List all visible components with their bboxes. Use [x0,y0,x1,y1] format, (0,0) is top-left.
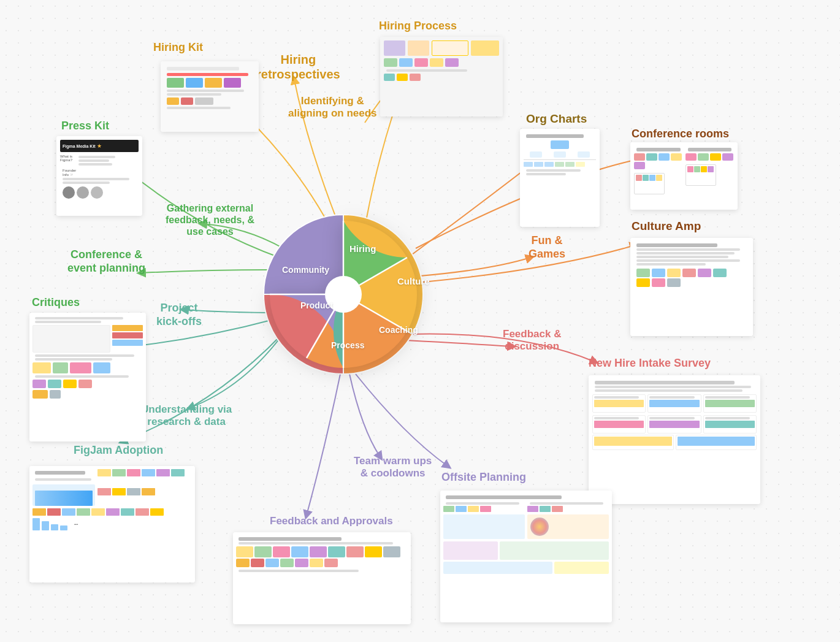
card-culture-amp[interactable] [630,238,753,336]
card-press-kit[interactable]: Figma Media Kit ★ What isFigma? FounderI… [56,136,142,216]
label-hiring-process: Hiring Process [379,20,457,33]
label-hiring-kit: Hiring Kit [153,41,203,55]
card-hiring-kit[interactable] [161,61,259,132]
label-team-warmups: Team warm ups& cooldowns [354,455,432,480]
label-culture-amp: Culture Amp [632,220,701,234]
wheel-chart [264,215,423,374]
label-press-kit: Press Kit [61,120,109,133]
card-feedback-approvals[interactable] [233,532,411,624]
card-critiques[interactable] [29,313,146,441]
card-new-hire[interactable] [589,375,760,504]
card-hiring-process[interactable] [380,37,503,117]
label-offsite: Offsite Planning [441,471,526,484]
label-hiring-retro: Hiringretrospectives [256,52,340,82]
card-org-charts[interactable] [520,129,600,227]
label-critiques: Critiques [32,296,80,310]
label-new-hire: New Hire Intake Survey [589,357,711,370]
label-feedback-approvals: Feedback and Approvals [270,515,393,527]
label-org-charts: Org Charts [526,112,587,126]
card-offsite[interactable] [440,491,612,622]
label-project-kickoffs: Projectkick-offs [156,302,202,328]
main-canvas: Hiring Culture Coaching Process Product … [0,0,840,642]
label-figjam: FigJam Adoption [74,444,163,457]
label-identifying: Identifying &aligning on needs [288,95,377,120]
label-gathering: Gathering externalfeedback, needs, &use … [166,202,254,238]
label-feedback-disc: Feedback &discussion [503,328,561,353]
label-fun-games: Fun &Games [529,234,565,261]
label-conf-rooms: Conference rooms [632,128,729,141]
card-conf-rooms[interactable] [630,142,738,210]
label-understanding: Understanding viaresearch & data [141,403,232,429]
card-figjam-adoption[interactable]: ••• [29,466,195,583]
label-conference: Conference &event planning [67,248,145,275]
svg-point-6 [325,276,362,313]
